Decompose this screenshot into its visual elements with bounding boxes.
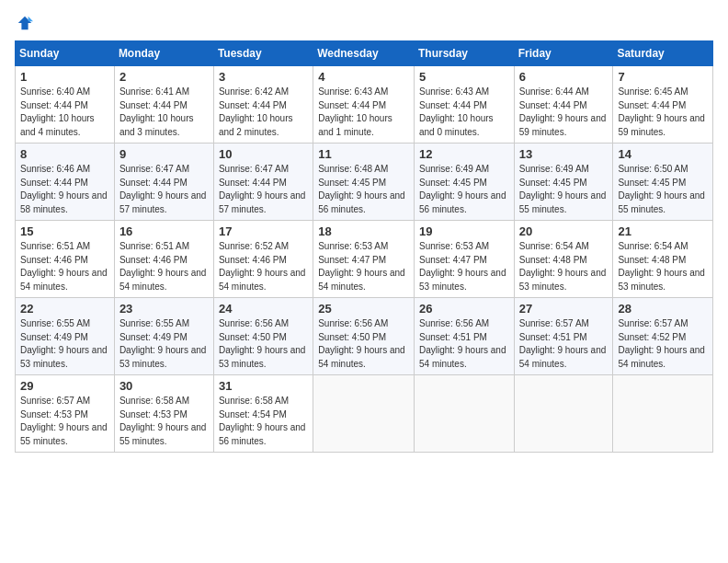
day-info: Sunrise: 6:53 AMSunset: 4:47 PMDaylight:… bbox=[318, 241, 405, 292]
day-number: 13 bbox=[519, 147, 609, 161]
day-number: 31 bbox=[219, 379, 308, 393]
header-thursday: Thursday bbox=[414, 41, 514, 66]
day-info: Sunrise: 6:46 AMSunset: 4:44 PMDaylight:… bbox=[20, 164, 108, 214]
calendar-cell: 13 Sunrise: 6:49 AMSunset: 4:45 PMDaylig… bbox=[514, 144, 613, 221]
calendar-cell: 12 Sunrise: 6:49 AMSunset: 4:45 PMDaylig… bbox=[414, 144, 514, 221]
calendar-cell: 2 Sunrise: 6:41 AMSunset: 4:44 PMDayligh… bbox=[114, 66, 213, 144]
day-info: Sunrise: 6:55 AMSunset: 4:49 PMDaylight:… bbox=[119, 318, 207, 369]
calendar-cell: 18 Sunrise: 6:53 AMSunset: 4:47 PMDaylig… bbox=[313, 221, 415, 298]
calendar-week-5: 29 Sunrise: 6:57 AMSunset: 4:53 PMDaylig… bbox=[16, 375, 713, 453]
day-number: 4 bbox=[318, 70, 409, 84]
day-number: 2 bbox=[119, 70, 209, 84]
day-info: Sunrise: 6:51 AMSunset: 4:46 PMDaylight:… bbox=[119, 241, 207, 292]
day-number: 11 bbox=[318, 147, 409, 161]
day-info: Sunrise: 6:50 AMSunset: 4:45 PMDaylight:… bbox=[618, 164, 705, 214]
calendar-cell: 4 Sunrise: 6:43 AMSunset: 4:44 PMDayligh… bbox=[313, 66, 415, 144]
day-info: Sunrise: 6:49 AMSunset: 4:45 PMDaylight:… bbox=[519, 164, 607, 214]
calendar-cell: 5 Sunrise: 6:43 AMSunset: 4:44 PMDayligh… bbox=[414, 66, 514, 144]
calendar-cell: 9 Sunrise: 6:47 AMSunset: 4:44 PMDayligh… bbox=[114, 144, 213, 221]
day-number: 16 bbox=[119, 224, 209, 238]
calendar-week-3: 15 Sunrise: 6:51 AMSunset: 4:46 PMDaylig… bbox=[16, 221, 713, 298]
calendar-cell: 28 Sunrise: 6:57 AMSunset: 4:52 PMDaylig… bbox=[613, 298, 713, 375]
header-monday: Monday bbox=[114, 41, 213, 66]
day-info: Sunrise: 6:56 AMSunset: 4:50 PMDaylight:… bbox=[219, 318, 306, 369]
calendar-cell: 20 Sunrise: 6:54 AMSunset: 4:48 PMDaylig… bbox=[514, 221, 613, 298]
calendar-cell: 11 Sunrise: 6:48 AMSunset: 4:45 PMDaylig… bbox=[313, 144, 415, 221]
calendar-cell: 6 Sunrise: 6:44 AMSunset: 4:44 PMDayligh… bbox=[514, 66, 613, 144]
calendar-week-2: 8 Sunrise: 6:46 AMSunset: 4:44 PMDayligh… bbox=[16, 144, 713, 221]
day-number: 15 bbox=[20, 224, 109, 238]
day-info: Sunrise: 6:57 AMSunset: 4:51 PMDaylight:… bbox=[519, 318, 607, 369]
day-info: Sunrise: 6:40 AMSunset: 4:44 PMDaylight:… bbox=[20, 86, 95, 137]
day-info: Sunrise: 6:49 AMSunset: 4:45 PMDaylight:… bbox=[419, 164, 506, 214]
day-info: Sunrise: 6:54 AMSunset: 4:48 PMDaylight:… bbox=[618, 241, 705, 292]
header-tuesday: Tuesday bbox=[213, 41, 313, 66]
calendar-cell: 24 Sunrise: 6:56 AMSunset: 4:50 PMDaylig… bbox=[213, 298, 313, 375]
day-number: 3 bbox=[219, 70, 308, 84]
calendar-cell bbox=[514, 375, 613, 453]
day-info: Sunrise: 6:58 AMSunset: 4:54 PMDaylight:… bbox=[219, 396, 306, 446]
day-number: 29 bbox=[20, 379, 109, 393]
day-info: Sunrise: 6:57 AMSunset: 4:53 PMDaylight:… bbox=[20, 396, 108, 446]
day-number: 8 bbox=[20, 147, 109, 161]
day-number: 24 bbox=[219, 302, 308, 316]
day-number: 28 bbox=[618, 302, 708, 316]
day-number: 21 bbox=[618, 224, 708, 238]
day-info: Sunrise: 6:54 AMSunset: 4:48 PMDaylight:… bbox=[519, 241, 607, 292]
logo bbox=[15, 15, 33, 31]
day-number: 18 bbox=[318, 224, 409, 238]
calendar-cell: 19 Sunrise: 6:53 AMSunset: 4:47 PMDaylig… bbox=[414, 221, 514, 298]
day-number: 1 bbox=[20, 70, 109, 84]
day-number: 26 bbox=[419, 302, 509, 316]
calendar-cell: 10 Sunrise: 6:47 AMSunset: 4:44 PMDaylig… bbox=[213, 144, 313, 221]
day-number: 14 bbox=[618, 147, 708, 161]
day-number: 5 bbox=[419, 70, 509, 84]
day-number: 25 bbox=[318, 302, 409, 316]
day-info: Sunrise: 6:47 AMSunset: 4:44 PMDaylight:… bbox=[219, 164, 306, 214]
calendar-cell: 27 Sunrise: 6:57 AMSunset: 4:51 PMDaylig… bbox=[514, 298, 613, 375]
page-header bbox=[15, 15, 713, 31]
day-info: Sunrise: 6:43 AMSunset: 4:44 PMDaylight:… bbox=[419, 86, 494, 137]
calendar-cell: 29 Sunrise: 6:57 AMSunset: 4:53 PMDaylig… bbox=[16, 375, 115, 453]
day-info: Sunrise: 6:51 AMSunset: 4:46 PMDaylight:… bbox=[20, 241, 108, 292]
calendar-cell: 23 Sunrise: 6:55 AMSunset: 4:49 PMDaylig… bbox=[114, 298, 213, 375]
calendar-cell bbox=[414, 375, 514, 453]
day-info: Sunrise: 6:56 AMSunset: 4:50 PMDaylight:… bbox=[318, 318, 405, 369]
day-info: Sunrise: 6:58 AMSunset: 4:53 PMDaylight:… bbox=[119, 396, 207, 446]
calendar-week-1: 1 Sunrise: 6:40 AMSunset: 4:44 PMDayligh… bbox=[16, 66, 713, 144]
day-info: Sunrise: 6:52 AMSunset: 4:46 PMDaylight:… bbox=[219, 241, 306, 292]
day-info: Sunrise: 6:43 AMSunset: 4:44 PMDaylight:… bbox=[318, 86, 392, 137]
calendar-cell: 17 Sunrise: 6:52 AMSunset: 4:46 PMDaylig… bbox=[213, 221, 313, 298]
day-number: 19 bbox=[419, 224, 509, 238]
day-number: 22 bbox=[20, 302, 109, 316]
day-info: Sunrise: 6:42 AMSunset: 4:44 PMDaylight:… bbox=[219, 86, 293, 137]
calendar-cell: 31 Sunrise: 6:58 AMSunset: 4:54 PMDaylig… bbox=[213, 375, 313, 453]
day-number: 20 bbox=[519, 224, 609, 238]
calendar-cell: 22 Sunrise: 6:55 AMSunset: 4:49 PMDaylig… bbox=[16, 298, 115, 375]
calendar-cell: 15 Sunrise: 6:51 AMSunset: 4:46 PMDaylig… bbox=[16, 221, 115, 298]
day-info: Sunrise: 6:55 AMSunset: 4:49 PMDaylight:… bbox=[20, 318, 108, 369]
calendar-cell bbox=[613, 375, 713, 453]
calendar-week-4: 22 Sunrise: 6:55 AMSunset: 4:49 PMDaylig… bbox=[16, 298, 713, 375]
day-info: Sunrise: 6:56 AMSunset: 4:51 PMDaylight:… bbox=[419, 318, 506, 369]
logo-icon bbox=[17, 15, 33, 31]
day-number: 30 bbox=[119, 379, 209, 393]
header-saturday: Saturday bbox=[613, 41, 713, 66]
day-number: 7 bbox=[618, 70, 708, 84]
day-number: 9 bbox=[119, 147, 209, 161]
calendar-cell: 25 Sunrise: 6:56 AMSunset: 4:50 PMDaylig… bbox=[313, 298, 415, 375]
header-sunday: Sunday bbox=[16, 41, 115, 66]
day-info: Sunrise: 6:57 AMSunset: 4:52 PMDaylight:… bbox=[618, 318, 705, 369]
header-friday: Friday bbox=[514, 41, 613, 66]
day-info: Sunrise: 6:44 AMSunset: 4:44 PMDaylight:… bbox=[519, 86, 607, 137]
calendar-cell: 21 Sunrise: 6:54 AMSunset: 4:48 PMDaylig… bbox=[613, 221, 713, 298]
calendar-cell: 14 Sunrise: 6:50 AMSunset: 4:45 PMDaylig… bbox=[613, 144, 713, 221]
day-number: 17 bbox=[219, 224, 308, 238]
calendar-table: SundayMondayTuesdayWednesdayThursdayFrid… bbox=[15, 40, 713, 453]
calendar-cell: 8 Sunrise: 6:46 AMSunset: 4:44 PMDayligh… bbox=[16, 144, 115, 221]
calendar-cell bbox=[313, 375, 415, 453]
calendar-cell: 30 Sunrise: 6:58 AMSunset: 4:53 PMDaylig… bbox=[114, 375, 213, 453]
calendar-cell: 1 Sunrise: 6:40 AMSunset: 4:44 PMDayligh… bbox=[16, 66, 115, 144]
day-info: Sunrise: 6:47 AMSunset: 4:44 PMDaylight:… bbox=[119, 164, 207, 214]
day-number: 27 bbox=[519, 302, 609, 316]
